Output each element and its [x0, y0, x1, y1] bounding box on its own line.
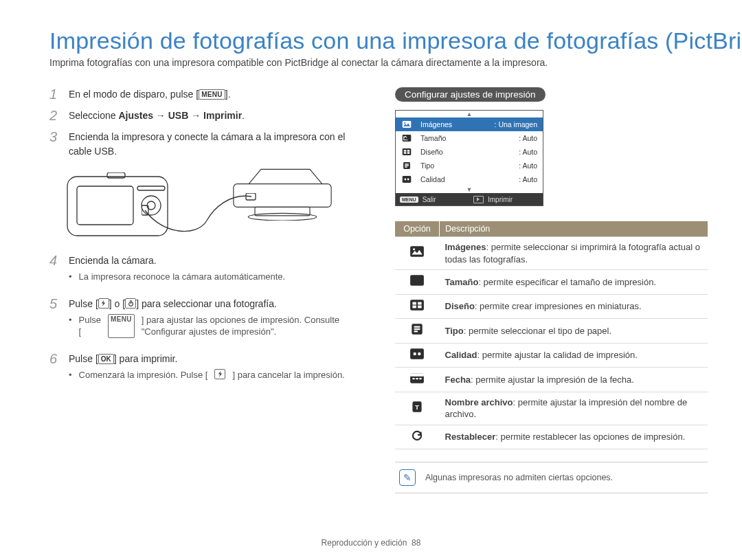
svg-rect-46 [420, 378, 422, 379]
svg-rect-38 [414, 331, 418, 332]
page-title: Impresión de fotografías con una impreso… [49, 27, 708, 54]
page-intro: Imprima fotografías con una impresora co… [49, 57, 708, 68]
step6-bullet: Comenzará la impresión. Pulse [] para ca… [69, 369, 362, 381]
step-number: 5 [49, 297, 62, 345]
option-desc: Imágenes: permite seleccionar si imprimi… [440, 237, 708, 270]
step3-text: Encienda la impresora y conecte la cámar… [69, 130, 362, 159]
menu-row: TipoAuto [396, 159, 543, 172]
svg-rect-4 [137, 186, 165, 190]
th-option: Opción [395, 221, 440, 237]
option-icon [395, 319, 440, 344]
svg-rect-23 [405, 166, 407, 167]
menu-row: TamañoAuto [396, 131, 543, 145]
option-desc: Fecha: permite ajustar la impresión de l… [440, 368, 708, 392]
svg-rect-31 [413, 302, 417, 304]
svg-point-25 [405, 179, 407, 181]
menu-icon: MENU [108, 314, 135, 338]
option-desc: Nombre archivo: permite ajustar la impre… [440, 392, 708, 425]
row-icon [400, 147, 414, 157]
timer-icon [125, 298, 136, 309]
svg-point-41 [418, 352, 420, 355]
menu-icon: MENU [199, 89, 225, 100]
camera-printer-illustration [66, 166, 362, 244]
svg-rect-30 [410, 300, 424, 310]
row-icon [400, 120, 414, 129]
row-icon [400, 161, 414, 170]
step4-text: Encienda la cámara. [69, 255, 157, 266]
step-number: 2 [49, 109, 62, 123]
option-icon [395, 294, 440, 319]
step5-bullet: Pulse [MENU] para ajustar las opciones d… [69, 314, 362, 338]
option-desc: Diseño: permite crear impresiones en min… [440, 294, 708, 319]
page-footer: Reproducción y edición 88 [0, 538, 742, 548]
svg-point-26 [407, 179, 409, 181]
row-value: Auto [519, 161, 537, 170]
svg-rect-43 [410, 374, 424, 377]
flash-icon [214, 369, 225, 379]
svg-rect-36 [414, 326, 420, 328]
row-value: Auto [519, 148, 537, 156]
step4-bullet: La impresora reconoce la cámara automáti… [69, 271, 362, 283]
menu-icon: MENU [400, 197, 418, 203]
option-desc: Calidad: permite ajustar la calidad de i… [440, 343, 708, 368]
svg-rect-34 [418, 305, 422, 308]
svg-rect-24 [403, 176, 412, 183]
row-label: Imágenes [420, 120, 495, 128]
svg-rect-1 [77, 186, 133, 225]
options-table: Opción Descripción Imágenes: permite sel… [395, 221, 708, 449]
step2-bold: Ajustes → USB → Imprimir [118, 110, 242, 121]
svg-rect-22 [405, 165, 409, 166]
svg-point-7 [248, 213, 317, 221]
svg-rect-21 [405, 164, 409, 164]
svg-rect-44 [413, 378, 415, 379]
option-icon [395, 425, 440, 449]
option-icon [395, 343, 440, 368]
table-row: Diseño: permite crear impresiones en min… [395, 294, 708, 319]
settings-column: Configurar ajustes de impresión ▲ Imágen… [395, 87, 708, 493]
option-icon: T [395, 392, 440, 425]
step1-text: En el modo de disparo, pulse [ [69, 89, 199, 100]
row-label: Calidad [420, 175, 519, 183]
option-desc: Tamaño: permite especificar el tamaño de… [440, 270, 708, 295]
option-desc: Tipo: permite seleccionar el tipo de pap… [440, 319, 708, 344]
table-row: Fecha: permite ajustar la impresión de l… [395, 368, 708, 392]
svg-rect-39 [410, 348, 424, 359]
menu-row: DiseñoAuto [396, 145, 543, 159]
table-row: Tipo: permite seleccionar el tipo de pap… [395, 319, 708, 344]
row-label: Tamaño [420, 134, 519, 142]
steps-column: 1 En el modo de disparo, pulse [MENU]. 2… [49, 87, 362, 493]
scroll-down-icon: ▼ [396, 186, 543, 193]
flash-icon [98, 298, 109, 309]
svg-point-13 [404, 122, 405, 124]
table-row: Restablecer: permite restablecer las opc… [395, 425, 708, 449]
note-text: Algunas impresoras no admiten ciertas op… [425, 473, 613, 482]
table-row: Imágenes: permite seleccionar si imprimi… [395, 237, 708, 270]
step-number: 6 [49, 352, 62, 388]
table-row: TNombre archivo: permite ajustar la impr… [395, 392, 708, 425]
row-label: Tipo [420, 161, 519, 170]
svg-rect-45 [416, 378, 418, 379]
print-menu-screen: ▲ ImágenesUna imagenTamañoAutoDiseñoAuto… [395, 110, 543, 206]
option-desc: Restablecer: permite restablecer las opc… [440, 425, 708, 449]
section-pill: Configurar ajustes de impresión [395, 87, 546, 102]
option-icon [395, 368, 440, 392]
svg-point-28 [413, 248, 415, 250]
svg-rect-16 [404, 150, 407, 151]
step-number: 3 [49, 130, 62, 159]
svg-rect-8 [255, 207, 310, 215]
svg-rect-37 [414, 328, 420, 330]
table-row: Tamaño: permite especificar el tamaño de… [395, 270, 708, 295]
svg-rect-27 [410, 247, 424, 257]
row-value: Una imagen [495, 120, 537, 128]
scroll-up-icon: ▲ [396, 111, 543, 117]
step-number: 4 [49, 254, 62, 290]
menu-row: ImágenesUna imagen [396, 117, 543, 131]
ok-icon: OK [98, 354, 114, 364]
svg-point-40 [414, 352, 416, 355]
svg-rect-5 [107, 172, 125, 178]
row-value: Auto [519, 134, 537, 142]
svg-rect-19 [407, 152, 410, 153]
menu-row: CalidadAuto [396, 172, 543, 186]
row-label: Diseño [420, 148, 519, 156]
row-icon [400, 133, 414, 143]
